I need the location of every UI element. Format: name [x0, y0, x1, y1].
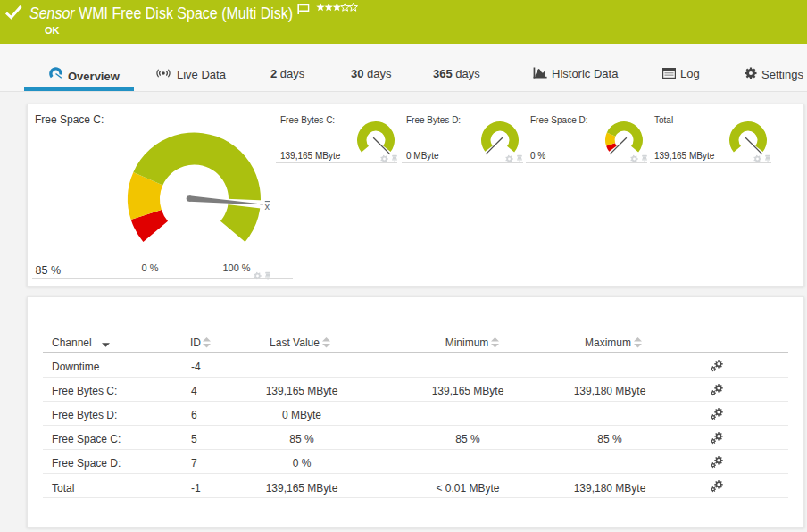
svg-text:x: x: [265, 201, 270, 212]
